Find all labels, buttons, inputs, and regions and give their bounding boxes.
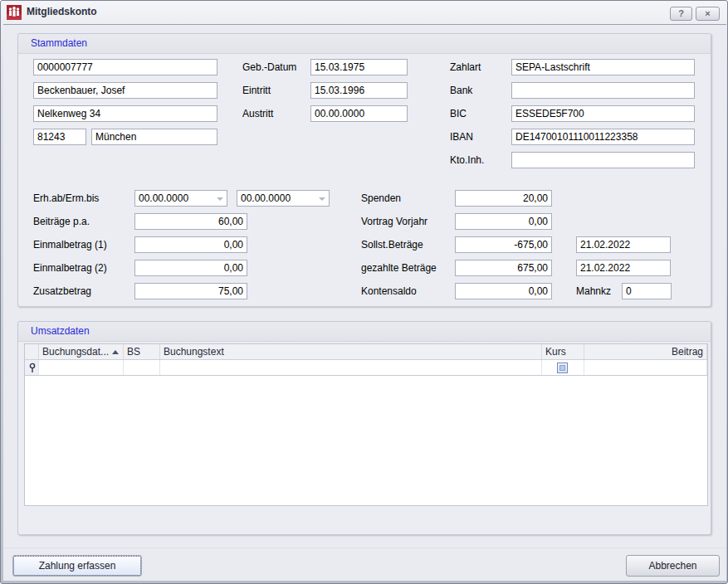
client-area: Stammdaten Geb.-Datum Eintritt Austritt … <box>3 24 726 581</box>
gezahlte-date-field[interactable] <box>576 260 671 276</box>
zusatzbetrag-label: Zusatzbetrag <box>33 283 91 299</box>
stammdaten-group: Stammdaten Geb.-Datum Eintritt Austritt … <box>17 33 711 307</box>
einmalbetrag1-field[interactable] <box>134 236 247 253</box>
einmalbetrag2-label: Einmalbetrag (2) <box>33 260 107 276</box>
sollst-label: Sollst.Beträge <box>361 236 423 253</box>
member-number-field[interactable] <box>33 59 217 75</box>
footer-divider <box>3 548 726 548</box>
erm-bis-field[interactable] <box>237 191 315 206</box>
kontensaldo-label: Kontensaldo <box>361 283 417 299</box>
column-header-label: Buchungsdat... <box>42 346 109 358</box>
zahlart-field[interactable] <box>511 59 695 75</box>
window-title: Mitgliedskonto <box>27 6 97 17</box>
column-header-kurs[interactable]: Kurs <box>542 344 584 359</box>
erh-ab-combo[interactable] <box>134 190 227 207</box>
column-header-beitrag[interactable]: Beitrag <box>584 344 707 359</box>
auto-filter-row <box>25 360 707 376</box>
dropdown-arrow-icon[interactable] <box>217 197 223 201</box>
filter-cell-bs[interactable] <box>124 360 160 375</box>
zahlart-label: Zahlart <box>450 59 481 75</box>
members-icon <box>7 5 22 20</box>
help-button[interactable]: ? <box>670 7 692 21</box>
title-bar[interactable]: Mitgliedskonto ? × <box>1 1 727 24</box>
mahnkz-label: Mahnkz <box>576 283 611 299</box>
zahlung-erfassen-button[interactable]: Zahlung erfassen <box>12 555 142 577</box>
eintritt-field[interactable] <box>310 82 408 99</box>
eintritt-label: Eintritt <box>242 82 271 99</box>
mitgliedskonto-window: Mitgliedskonto ? × Stammdaten Geb.-Datum… <box>0 0 728 584</box>
abbrechen-button[interactable]: Abbrechen <box>626 555 720 577</box>
zusatzbetrag-field[interactable] <box>134 283 247 299</box>
filter-cell-kurs[interactable] <box>542 360 584 375</box>
city-field[interactable] <box>91 129 217 145</box>
column-header-buchungsdatum[interactable]: Buchungsdat... <box>39 344 124 359</box>
bank-field[interactable] <box>511 82 695 99</box>
spenden-field[interactable] <box>455 190 552 207</box>
close-button[interactable]: × <box>696 7 720 21</box>
kto-inh-label: Kto.Inh. <box>450 152 484 168</box>
vortrag-field[interactable] <box>455 213 552 230</box>
iban-field[interactable] <box>511 129 695 145</box>
kto-inh-field[interactable] <box>511 152 695 168</box>
filter-cell-buchungsdatum[interactable] <box>39 360 124 375</box>
filter-pin-icon <box>28 363 37 373</box>
bank-label: Bank <box>450 82 472 99</box>
mahnkz-field[interactable] <box>622 283 672 299</box>
filter-cell-buchungstext[interactable] <box>160 360 542 375</box>
bic-label: BIC <box>450 105 467 122</box>
beitraege-label: Beiträge p.a. <box>33 213 90 230</box>
grid-header-row: Buchungsdat... BS Buchungstext Kurs Beit… <box>25 344 707 360</box>
erh-ab-label: Erh.ab/Erm.bis <box>33 190 99 207</box>
filter-row-indicator <box>25 360 39 375</box>
gezahlte-field[interactable] <box>455 260 552 276</box>
grid-empty-area <box>25 376 707 505</box>
austritt-field[interactable] <box>310 105 408 122</box>
geb-datum-field[interactable] <box>310 59 408 75</box>
sollst-field[interactable] <box>455 236 552 253</box>
einmalbetrag2-field[interactable] <box>134 260 247 276</box>
erh-ab-field[interactable] <box>135 191 213 206</box>
umsatzdaten-title: Umsatzdaten <box>31 325 90 337</box>
sollst-date-field[interactable] <box>576 236 671 253</box>
einmalbetrag1-label: Einmalbetrag (1) <box>33 236 107 253</box>
row-indicator-header <box>25 344 39 359</box>
dropdown-arrow-icon[interactable] <box>319 197 325 201</box>
stammdaten-title: Stammdaten <box>31 37 87 49</box>
iban-label: IBAN <box>450 129 473 145</box>
bic-field[interactable] <box>511 105 695 122</box>
kurs-checkbox[interactable] <box>557 363 568 373</box>
column-header-bs[interactable]: BS <box>124 344 160 359</box>
street-field[interactable] <box>33 105 217 122</box>
beitraege-field[interactable] <box>134 213 247 230</box>
member-name-field[interactable] <box>33 82 217 99</box>
erm-bis-combo[interactable] <box>237 190 330 207</box>
filter-cell-beitrag[interactable] <box>584 360 707 375</box>
umsatzdaten-group: Umsatzdaten Buchungsdat... BS Buchungste… <box>17 321 711 535</box>
sort-ascending-icon <box>112 350 119 354</box>
spenden-label: Spenden <box>361 190 401 207</box>
umsatzdaten-header: Umsatzdaten <box>18 322 711 342</box>
gezahlte-label: gezahlte Beträge <box>361 260 437 276</box>
geb-datum-label: Geb.-Datum <box>242 59 296 75</box>
column-header-buchungstext[interactable]: Buchungstext <box>160 344 542 359</box>
vortrag-label: Vortrag Vorjahr <box>361 213 428 230</box>
stammdaten-header: Stammdaten <box>18 34 711 54</box>
austritt-label: Austritt <box>242 105 273 122</box>
umsatz-grid: Buchungsdat... BS Buchungstext Kurs Beit… <box>24 343 708 506</box>
kontensaldo-field[interactable] <box>455 283 552 299</box>
zip-field[interactable] <box>33 129 86 145</box>
